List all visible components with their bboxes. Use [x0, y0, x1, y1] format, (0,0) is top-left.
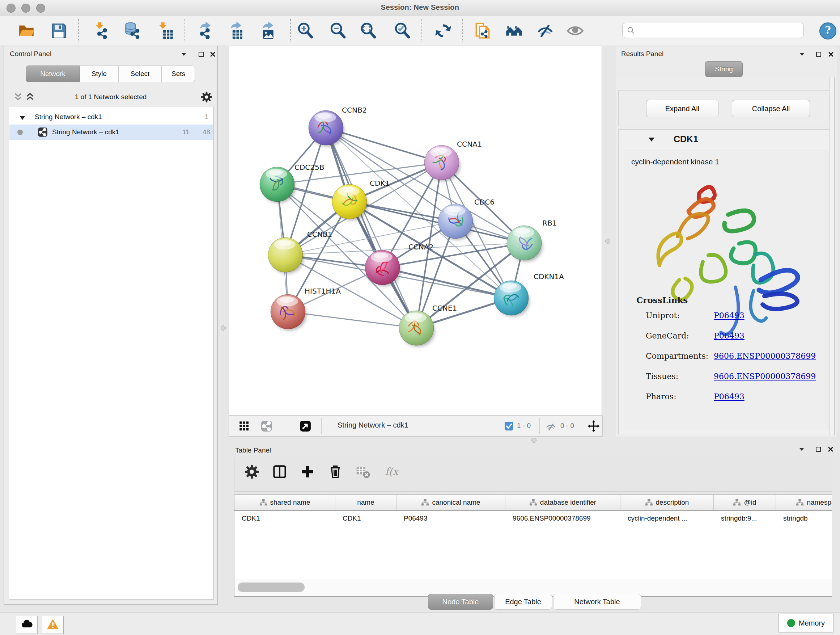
control-panel-menu-button[interactable]: [180, 51, 188, 57]
table-cell[interactable]: P06493: [396, 511, 505, 526]
delete-table-icon[interactable]: [354, 462, 373, 481]
network-node-CDC25B[interactable]: CDC25B: [260, 163, 325, 203]
grid-view-icon[interactable]: [238, 420, 251, 432]
duplicate-network-icon[interactable]: [472, 21, 493, 41]
network-row[interactable]: String Network – cdk1 11 48: [9, 125, 213, 140]
string-app-badge-icon[interactable]: [260, 420, 273, 432]
collection-label: String Network – cdk1: [35, 113, 102, 121]
crosslink-value-link[interactable]: P06493: [714, 331, 745, 340]
table-row[interactable]: CDK1CDK1P064939606.ENSP00000378699cyclin…: [234, 511, 832, 526]
table-cell[interactable]: CDK1: [335, 511, 396, 526]
tab-sets[interactable]: Sets: [162, 65, 195, 82]
tab-node-table[interactable]: Node Table: [428, 594, 493, 610]
help-button[interactable]: ?: [819, 22, 836, 40]
collapse-all-networks-icon[interactable]: [13, 92, 24, 102]
results-panel-float-button[interactable]: [815, 51, 823, 57]
column-header-description[interactable]: description: [621, 495, 714, 510]
network-node-CDKN1A[interactable]: CDKN1A: [494, 272, 564, 317]
refresh-icon[interactable]: [433, 21, 453, 41]
import-table-icon[interactable]: [155, 21, 175, 41]
open-session-icon[interactable]: [16, 21, 36, 41]
delete-icon[interactable]: [326, 462, 345, 481]
crosslink-value-link[interactable]: 9606.ENSP00000378699: [714, 352, 816, 361]
column-header-name[interactable]: name: [335, 495, 396, 510]
column-header-namespace[interactable]: namespace: [776, 495, 832, 510]
table-hscrollbar-thumb[interactable]: [238, 583, 305, 592]
toolbar-separator: [422, 19, 422, 42]
expand-all-networks-icon[interactable]: [25, 92, 36, 102]
table-panel-float-button[interactable]: [814, 446, 822, 453]
collapse-all-button[interactable]: Collapse All: [732, 100, 810, 117]
results-panel-close-button[interactable]: [827, 51, 835, 57]
tab-style[interactable]: Style: [80, 65, 118, 82]
table-cell[interactable]: cyclin-dependent ...: [621, 511, 714, 526]
table-panel-close-button[interactable]: [827, 446, 835, 453]
import-network-icon[interactable]: [90, 21, 110, 41]
table-settings-icon[interactable]: [242, 462, 261, 481]
tab-string[interactable]: String: [705, 61, 743, 77]
table-panel-menu-button[interactable]: [798, 446, 806, 453]
export-table-icon[interactable]: [224, 21, 244, 41]
export-image-icon[interactable]: [256, 21, 276, 41]
network-view-toolbar: String Network – cdk1 1 - 0 0 - 0: [229, 415, 603, 437]
tab-edge-table[interactable]: Edge Table: [494, 594, 552, 610]
network-node-HIST1H1A[interactable]: HIST1H1A: [271, 287, 341, 331]
bottom-splitter-handle[interactable]: [531, 438, 537, 443]
home-icon[interactable]: [504, 21, 524, 41]
columns-icon[interactable]: [270, 462, 289, 481]
left-splitter-handle[interactable]: [221, 325, 226, 331]
results-scrollbar[interactable]: [829, 77, 834, 435]
results-panel-menu-button[interactable]: [798, 51, 806, 57]
right-splitter-handle[interactable]: [605, 239, 610, 244]
birdseye-view-icon[interactable]: [299, 420, 312, 432]
tab-select[interactable]: Select: [118, 65, 162, 82]
table-hscrollbar[interactable]: [235, 579, 832, 596]
node-label-CCNB1: CCNB1: [307, 230, 332, 239]
selected-nodes-checkbox[interactable]: [505, 422, 513, 431]
export-network-icon[interactable]: [193, 21, 213, 41]
memory-button[interactable]: Memory: [778, 614, 834, 632]
expand-all-button[interactable]: Expand All: [646, 100, 718, 117]
network-node-CCNA1[interactable]: CCNA1: [424, 140, 482, 181]
function-icon[interactable]: f(x): [382, 462, 401, 481]
warning-button[interactable]: [42, 616, 64, 634]
column-header-database-identifier[interactable]: database identifier: [505, 495, 621, 510]
zoom-selected-icon[interactable]: [393, 21, 413, 41]
collection-disclosure-icon[interactable]: [19, 114, 25, 122]
zoom-out-icon[interactable]: [328, 21, 348, 41]
network-options-gear-icon[interactable]: [201, 91, 213, 103]
tab-network-table[interactable]: Network Table: [553, 594, 641, 610]
table-cell[interactable]: 9606.ENSP00000378699: [505, 511, 621, 526]
search-input[interactable]: [622, 23, 804, 38]
table-cell[interactable]: stringdb: [776, 511, 832, 526]
column-header--id[interactable]: @id: [714, 495, 776, 510]
tab-network[interactable]: Network: [26, 65, 80, 82]
network-node-RB1[interactable]: RB1: [507, 219, 557, 262]
network-collection-row[interactable]: String Network – cdk1 1: [9, 109, 213, 125]
crosslink-value-link[interactable]: 9606.ENSP00000378699: [714, 372, 816, 381]
network-node-CCNB2[interactable]: CCNB2: [309, 106, 367, 147]
zoom-in-icon[interactable]: [295, 21, 316, 41]
crosslink-value-link[interactable]: P06493: [714, 311, 745, 320]
network-canvas[interactable]: CCNB2 CCNA1 CDC25B CDK1 CDC6 RB1: [229, 46, 602, 415]
network-node-CDK1[interactable]: CDK1: [332, 179, 390, 220]
table-cell[interactable]: CDK1: [234, 511, 335, 526]
column-header-shared-name[interactable]: shared name: [234, 495, 335, 510]
crosslink-value-link[interactable]: P06493: [714, 392, 745, 401]
import-database-icon[interactable]: [122, 21, 142, 41]
protein-disclosure-icon[interactable]: [648, 137, 655, 144]
add-column-icon[interactable]: [298, 462, 317, 481]
zoom-fit-icon[interactable]: [358, 21, 379, 41]
table-cell[interactable]: stringdb:9...: [714, 511, 776, 526]
column-header-canonical-name[interactable]: canonical name: [396, 495, 505, 510]
network-node-CCNB1[interactable]: CCNB1: [268, 230, 332, 274]
crosslink-label: GeneCard:: [646, 331, 689, 340]
hide-selected-icon[interactable]: [535, 21, 555, 41]
save-session-icon[interactable]: [49, 21, 69, 41]
control-panel-float-button[interactable]: [197, 51, 205, 57]
cloud-button[interactable]: [16, 616, 38, 634]
fit-content-crosshair-icon[interactable]: [586, 419, 601, 433]
show-all-icon[interactable]: [565, 21, 585, 41]
control-panel-close-button[interactable]: [209, 51, 217, 57]
search-field[interactable]: [637, 27, 804, 35]
